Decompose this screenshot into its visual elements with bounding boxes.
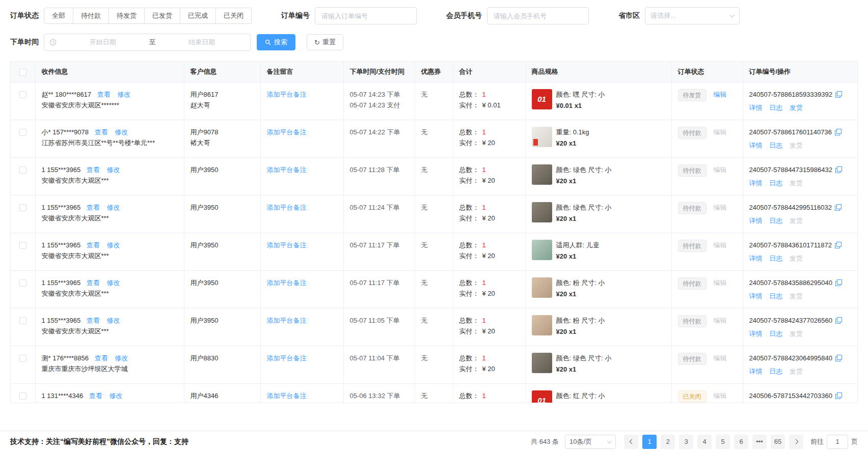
modify-link[interactable]: 修改 — [117, 91, 130, 98]
row-checkbox[interactable] — [19, 317, 26, 324]
modify-link[interactable]: 修改 — [106, 204, 120, 211]
status-option-pending-payment[interactable]: 待付款 — [73, 8, 109, 24]
prev-page-button[interactable] — [624, 435, 638, 449]
edit-link[interactable]: 编辑 — [713, 354, 726, 362]
reset-button[interactable]: ↻ 重置 — [307, 34, 343, 50]
add-remark-link[interactable]: 添加平台备注 — [267, 317, 307, 324]
ship-link[interactable]: 发货 — [790, 292, 803, 300]
copy-icon[interactable] — [835, 166, 842, 173]
edit-link[interactable]: 编辑 — [713, 166, 726, 174]
view-link[interactable]: 查看 — [97, 91, 111, 98]
modify-link[interactable]: 修改 — [115, 354, 128, 362]
edit-link[interactable]: 编辑 — [713, 279, 726, 287]
edit-link[interactable]: 编辑 — [713, 91, 726, 98]
log-link[interactable]: 日志 — [769, 217, 782, 224]
row-checkbox[interactable] — [19, 279, 26, 287]
ship-link[interactable]: 发货 — [790, 330, 803, 337]
detail-link[interactable]: 详情 — [749, 179, 763, 187]
ship-link[interactable]: 发货 — [790, 255, 803, 262]
copy-icon[interactable] — [835, 317, 842, 324]
view-link[interactable]: 查看 — [87, 166, 100, 174]
edit-link[interactable]: 编辑 — [713, 317, 726, 324]
log-link[interactable]: 日志 — [769, 179, 782, 187]
page-button-6[interactable]: 6 — [734, 435, 748, 449]
log-link[interactable]: 日志 — [769, 142, 782, 149]
copy-icon[interactable] — [835, 355, 842, 361]
order-no-input[interactable] — [315, 7, 417, 24]
detail-link[interactable]: 详情 — [749, 142, 763, 149]
row-checkbox[interactable] — [19, 129, 26, 136]
region-select[interactable]: 请选择... — [645, 7, 740, 24]
view-link[interactable]: 查看 — [87, 279, 100, 287]
add-remark-link[interactable]: 添加平台备注 — [267, 128, 307, 136]
ship-link[interactable]: 发货 — [790, 368, 803, 375]
status-option-completed[interactable]: 已完成 — [180, 8, 216, 24]
edit-link[interactable]: 编辑 — [713, 204, 726, 211]
order-time-range-picker[interactable]: 开始日期 至 结束日期 — [44, 34, 251, 51]
add-remark-link[interactable]: 添加平台备注 — [267, 279, 307, 287]
detail-link[interactable]: 详情 — [749, 330, 763, 337]
status-option-shipped[interactable]: 已发货 — [144, 8, 180, 24]
copy-icon[interactable] — [835, 392, 842, 399]
row-checkbox[interactable] — [19, 242, 26, 249]
row-checkbox[interactable] — [19, 91, 26, 98]
copy-icon[interactable] — [835, 242, 842, 248]
edit-link[interactable]: 编辑 — [713, 241, 726, 249]
page-button-4[interactable]: 4 — [697, 435, 712, 449]
copy-icon[interactable] — [835, 91, 842, 98]
copy-icon[interactable] — [835, 129, 842, 135]
status-option-all[interactable]: 全部 — [44, 8, 73, 24]
page-size-select[interactable]: 10条/页 — [565, 435, 616, 449]
log-link[interactable]: 日志 — [769, 292, 782, 300]
detail-link[interactable]: 详情 — [749, 255, 763, 262]
status-option-closed[interactable]: 已关闭 — [215, 8, 252, 24]
view-link[interactable]: 查看 — [87, 317, 100, 324]
status-option-pending-shipment[interactable]: 待发货 — [108, 8, 145, 24]
page-button-last[interactable]: 65 — [771, 435, 785, 449]
ship-link[interactable]: 发货 — [790, 142, 803, 149]
modify-link[interactable]: 修改 — [106, 317, 120, 324]
detail-link[interactable]: 详情 — [749, 292, 763, 300]
row-checkbox[interactable] — [19, 355, 26, 362]
edit-link[interactable]: 编辑 — [713, 392, 726, 400]
view-link[interactable]: 查看 — [87, 241, 100, 249]
select-all-checkbox[interactable] — [19, 69, 26, 76]
add-remark-link[interactable]: 添加平台备注 — [267, 392, 307, 400]
add-remark-link[interactable]: 添加平台备注 — [267, 166, 307, 174]
view-link[interactable]: 查看 — [89, 392, 102, 400]
detail-link[interactable]: 详情 — [749, 368, 763, 375]
search-button[interactable]: 搜索 — [257, 34, 295, 50]
log-link[interactable]: 日志 — [769, 368, 782, 375]
detail-link[interactable]: 详情 — [749, 217, 763, 224]
modify-link[interactable]: 修改 — [106, 166, 120, 174]
modify-link[interactable]: 修改 — [115, 128, 128, 136]
ship-link[interactable]: 发货 — [790, 179, 803, 187]
ship-link[interactable]: 发货 — [790, 217, 803, 224]
page-button-1[interactable]: 1 — [642, 435, 657, 449]
page-button-5[interactable]: 5 — [716, 435, 730, 449]
row-checkbox[interactable] — [19, 166, 26, 174]
modify-link[interactable]: 修改 — [106, 241, 120, 249]
view-link[interactable]: 查看 — [95, 128, 108, 136]
log-link[interactable]: 日志 — [769, 255, 782, 262]
row-checkbox[interactable] — [19, 204, 26, 211]
add-remark-link[interactable]: 添加平台备注 — [267, 354, 307, 362]
add-remark-link[interactable]: 添加平台备注 — [267, 204, 307, 211]
view-link[interactable]: 查看 — [87, 204, 100, 211]
goto-page-input[interactable] — [827, 435, 848, 449]
copy-icon[interactable] — [835, 279, 842, 286]
edit-link[interactable]: 编辑 — [713, 128, 726, 136]
modify-link[interactable]: 修改 — [106, 279, 120, 287]
next-page-button[interactable] — [789, 435, 803, 449]
modify-link[interactable]: 修改 — [109, 392, 122, 400]
log-link[interactable]: 日志 — [769, 104, 782, 111]
member-phone-input[interactable] — [487, 7, 589, 24]
detail-link[interactable]: 详情 — [749, 104, 763, 111]
page-button-2[interactable]: 2 — [661, 435, 675, 449]
ship-link[interactable]: 发货 — [790, 104, 803, 111]
view-link[interactable]: 查看 — [95, 354, 108, 362]
row-checkbox[interactable] — [19, 392, 26, 400]
more-pages-button[interactable]: ••• — [752, 435, 767, 449]
page-button-3[interactable]: 3 — [679, 435, 693, 449]
add-remark-link[interactable]: 添加平台备注 — [267, 91, 307, 98]
